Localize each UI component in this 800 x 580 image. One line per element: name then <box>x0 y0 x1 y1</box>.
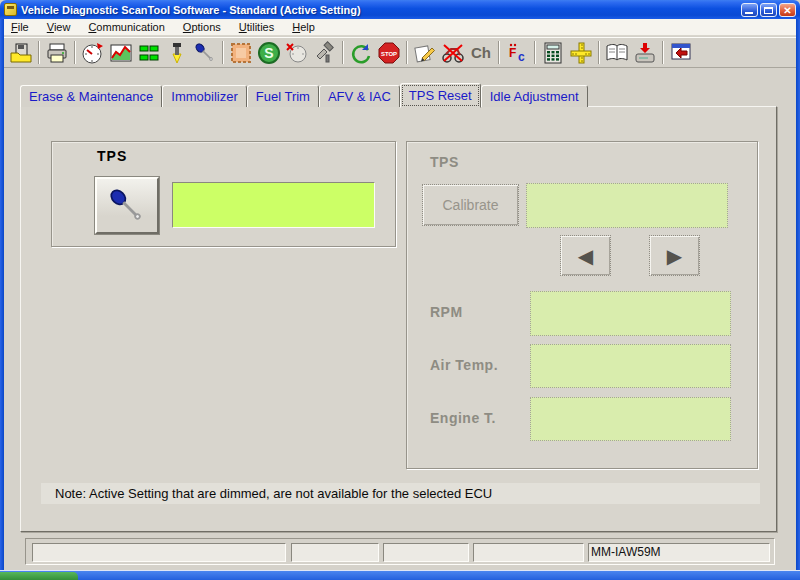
window-frame-left <box>0 19 4 570</box>
tab-erase-maintenance[interactable]: Erase & Maintenance <box>20 85 162 107</box>
chart-icon <box>109 41 133 65</box>
screwdriver-icon <box>106 185 148 227</box>
sensor-icon <box>165 41 189 65</box>
notes-button[interactable] <box>411 39 439 66</box>
exit-icon <box>669 41 693 65</box>
maximize-button[interactable] <box>760 3 777 17</box>
taskbar <box>0 570 800 580</box>
notes-icon <box>413 41 437 65</box>
increase-button[interactable]: ▶ <box>649 235 700 276</box>
engine-temp-label: Engine T. <box>430 410 496 426</box>
minimize-button[interactable] <box>741 3 758 17</box>
data-grid-icon <box>137 41 161 65</box>
tab-idle-adjustment[interactable]: Idle Adjustment <box>481 85 588 107</box>
toolbar: S STOP <box>4 37 796 68</box>
app-icon <box>4 3 17 16</box>
motorcycle-icon <box>441 41 465 65</box>
tab-afv-iac[interactable]: AFV & IAC <box>319 85 400 107</box>
print-button[interactable] <box>43 39 71 66</box>
toolbar-separator <box>38 41 40 64</box>
channels-icon: Ch <box>471 44 491 61</box>
decrease-button[interactable]: ◀ <box>560 235 611 276</box>
calibrate-button[interactable]: Calibrate <box>422 184 519 226</box>
data-grid-button[interactable] <box>135 39 163 66</box>
manual-button[interactable] <box>603 39 631 66</box>
close-button[interactable]: ✕ <box>779 3 796 17</box>
menu-options[interactable]: Options <box>181 20 223 34</box>
menu-utilities[interactable]: Utilities <box>237 20 276 34</box>
engine-temp-field <box>530 397 731 441</box>
stop-button[interactable]: STOP <box>375 39 403 66</box>
calibrate-label: Calibrate <box>442 197 498 213</box>
menu-help[interactable]: Help <box>290 20 317 34</box>
tab-fuel-trim[interactable]: Fuel Trim <box>247 85 319 107</box>
download-icon <box>633 41 657 65</box>
active-tps-label: TPS <box>430 154 459 170</box>
download-button[interactable] <box>631 39 659 66</box>
toolbar-separator <box>406 41 408 64</box>
save-icon <box>9 41 33 65</box>
toolbar-separator <box>222 41 224 64</box>
tps-groupbox: TPS <box>51 141 396 247</box>
currency-glyph: S <box>264 45 273 61</box>
start-button[interactable] <box>0 572 78 580</box>
calculator-icon <box>541 41 565 65</box>
grease-icon <box>313 41 337 65</box>
toolbar-separator <box>598 41 600 64</box>
stop-icon: STOP <box>377 41 401 65</box>
fahrenheit-celsius-button[interactable]: F c <box>503 39 531 66</box>
active-setting-groupbox: TPS Calibrate ◀ ▶ RPM Air Temp. Engine T… <box>406 141 758 469</box>
refresh-button[interactable] <box>347 39 375 66</box>
tps-value-field[interactable] <box>172 182 375 228</box>
currency-icon: S <box>257 41 281 65</box>
currency-button[interactable]: S <box>255 39 283 66</box>
status-panel <box>473 543 584 562</box>
screwdriver-button[interactable] <box>191 39 219 66</box>
air-temp-field <box>530 344 731 388</box>
screwdriver-icon <box>193 41 217 65</box>
print-icon <box>45 41 69 65</box>
gauge-icon <box>81 41 105 65</box>
menu-view[interactable]: View <box>45 20 73 34</box>
gauge-disabled-icon <box>285 41 309 65</box>
rpm-label: RPM <box>430 304 463 320</box>
calculator-button[interactable] <box>539 39 567 66</box>
tab-tps-reset[interactable]: TPS Reset <box>400 83 481 108</box>
tps-reset-button[interactable] <box>95 177 159 234</box>
motorcycle-button[interactable] <box>439 39 467 66</box>
gauge-button[interactable] <box>79 39 107 66</box>
fahrenheit-glyph: F <box>509 46 516 60</box>
toolbar-separator <box>342 41 344 64</box>
menu-file[interactable]: File <box>9 20 31 34</box>
window-title: Vehicle Diagnostic ScanTool Software - S… <box>21 4 361 16</box>
toolbar-separator <box>534 41 536 64</box>
tab-immobilizer[interactable]: Immobilizer <box>162 85 246 107</box>
refresh-icon <box>349 41 373 65</box>
arrow-right-icon: ▶ <box>667 246 682 266</box>
active-tps-value-field <box>526 183 728 228</box>
minimize-icon <box>745 12 753 14</box>
window-frame-right <box>796 19 800 570</box>
stop-label: STOP <box>381 50 397 56</box>
fahrenheit-celsius-icon: F c <box>505 41 529 65</box>
exit-button[interactable] <box>667 39 695 66</box>
status-panel <box>291 543 379 562</box>
menu-communication[interactable]: Communication <box>86 20 166 34</box>
gauge-disabled-button[interactable] <box>283 39 311 66</box>
channels-button[interactable]: Ch <box>467 39 495 66</box>
tps-reset-page: TPS TPS Calibrate ◀ <box>20 106 777 532</box>
chart-button[interactable] <box>107 39 135 66</box>
save-button[interactable] <box>7 39 35 66</box>
grease-button[interactable] <box>311 39 339 66</box>
status-panel <box>32 543 286 562</box>
menu-bar: File View Communication Options Utilitie… <box>4 19 796 36</box>
tps-label: TPS <box>97 148 127 164</box>
map-button[interactable] <box>227 39 255 66</box>
arrow-left-icon: ◀ <box>578 246 593 266</box>
note-text: Note: Active Setting that are dimmed, ar… <box>55 486 492 501</box>
sensor-button[interactable] <box>163 39 191 66</box>
title-bar: Vehicle Diagnostic ScanTool Software - S… <box>0 0 800 19</box>
ruler-button[interactable] <box>567 39 595 66</box>
tab-strip: Erase & Maintenance Immobilizer Fuel Tri… <box>20 82 588 107</box>
note-strip: Note: Active Setting that are dimmed, ar… <box>41 483 760 504</box>
